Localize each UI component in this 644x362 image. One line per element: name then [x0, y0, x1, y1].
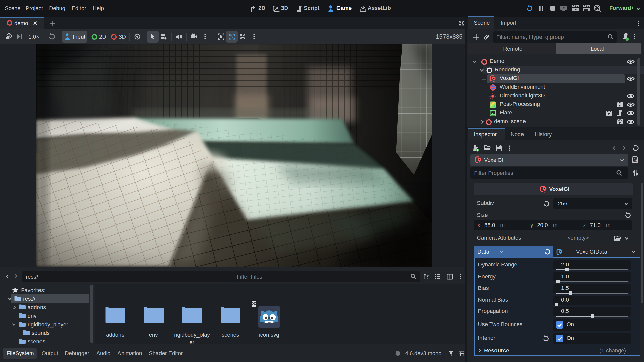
- svg-text:DOC: DOC: [633, 161, 638, 163]
